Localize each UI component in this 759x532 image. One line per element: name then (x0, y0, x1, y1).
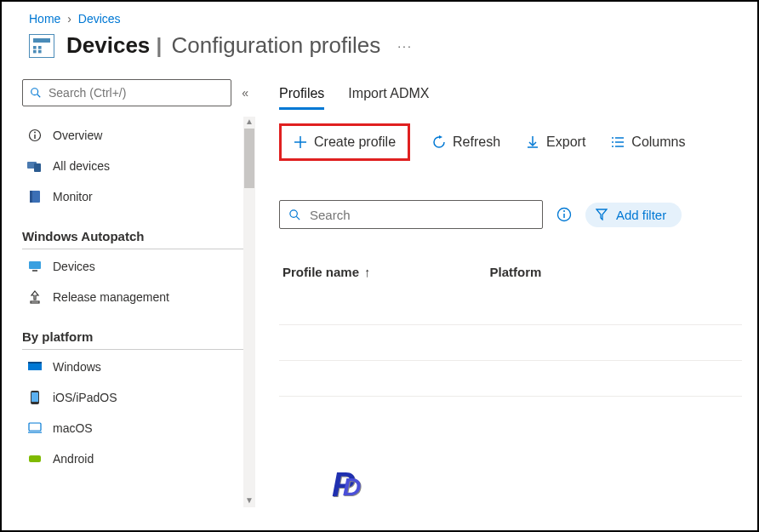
svg-point-29 (290, 209, 297, 216)
svg-point-0 (31, 89, 38, 95)
table-row (279, 325, 742, 361)
create-profile-button[interactable]: Create profile (290, 129, 399, 155)
page-title: Devices | Configuration profiles (66, 32, 380, 59)
windows-icon (27, 361, 43, 373)
svg-point-4 (34, 132, 36, 134)
toolbar: Create profile Refresh Export Columns (279, 123, 742, 161)
export-button[interactable]: Export (522, 129, 589, 155)
svg-line-30 (296, 216, 300, 220)
table-body (279, 289, 742, 397)
svg-rect-9 (29, 261, 41, 269)
more-actions-button[interactable]: ··· (397, 39, 413, 53)
scroll-up-icon[interactable]: ▲ (243, 117, 255, 129)
button-label: Create profile (314, 134, 396, 150)
scroll-thumb[interactable] (244, 129, 254, 188)
svg-rect-15 (31, 392, 38, 402)
nav-section-platform: By platform (22, 324, 252, 350)
column-profile-name[interactable]: Profile name ↑ (282, 265, 371, 279)
breadcrumb-devices[interactable]: Devices (78, 12, 121, 26)
filter-icon (596, 209, 608, 220)
table-row (279, 361, 742, 397)
nav-overview[interactable]: Overview (22, 120, 252, 151)
table-row (279, 289, 742, 325)
info-icon (27, 129, 43, 142)
table-header: Profile name ↑ Platform (279, 265, 742, 289)
upload-icon (27, 290, 43, 304)
main-search[interactable] (279, 200, 543, 229)
refresh-button[interactable]: Refresh (429, 129, 504, 155)
phone-icon (27, 391, 43, 404)
button-label: Add filter (616, 208, 666, 222)
svg-rect-8 (30, 191, 32, 203)
nav-monitor[interactable]: Monitor (22, 181, 252, 212)
main-content: Profiles Import ADMX Create profile Refr… (255, 72, 757, 507)
mac-icon (27, 422, 43, 434)
tab-profiles[interactable]: Profiles (279, 79, 324, 110)
download-icon (526, 135, 539, 149)
sort-asc-icon: ↑ (364, 265, 371, 279)
nav-label: All devices (53, 159, 110, 173)
sidebar-search[interactable] (22, 79, 231, 106)
nav-all-devices[interactable]: All devices (22, 151, 252, 181)
breadcrumb: Home › Devices (2, 2, 757, 29)
android-icon (27, 454, 43, 464)
scroll-down-icon[interactable]: ▼ (243, 495, 255, 507)
monitor-icon (27, 260, 43, 272)
button-label: Export (546, 134, 585, 150)
tab-import-admx[interactable]: Import ADMX (348, 79, 429, 110)
nav-label: macOS (53, 421, 93, 435)
svg-rect-10 (32, 270, 37, 272)
nav-macos[interactable]: macOS (22, 413, 252, 443)
nav-label: iOS/iPadOS (53, 391, 117, 404)
nav-label: Monitor (53, 190, 93, 203)
sidebar-search-input[interactable] (47, 85, 224, 100)
info-icon[interactable] (556, 207, 572, 222)
plus-icon (294, 135, 307, 149)
columns-button[interactable]: Columns (608, 129, 688, 155)
nav-release-mgmt[interactable]: Release management (22, 282, 252, 312)
nav-label: Overview (53, 129, 102, 142)
columns-icon (611, 136, 625, 148)
svg-rect-6 (34, 163, 41, 172)
nav-label: Release management (53, 290, 169, 304)
nav-android[interactable]: Android (22, 443, 252, 474)
svg-line-1 (37, 94, 41, 98)
svg-point-33 (563, 210, 565, 212)
refresh-icon (432, 135, 446, 149)
search-icon (30, 87, 42, 99)
page-header: Devices | Configuration profiles ··· (2, 29, 757, 72)
tabs: Profiles Import ADMX (279, 79, 742, 110)
svg-rect-16 (29, 423, 41, 431)
breadcrumb-home[interactable]: Home (29, 12, 60, 26)
page-icon (29, 34, 54, 58)
nav-windows[interactable]: Windows (22, 352, 252, 382)
collapse-sidebar-button[interactable]: « (238, 83, 252, 103)
nav-ios[interactable]: iOS/iPadOS (22, 382, 252, 413)
nav-section-autopatch: Windows Autopatch (22, 224, 252, 249)
sidebar-scrollbar[interactable]: ▲ ▼ (243, 117, 255, 507)
nav-label: Devices (53, 260, 95, 273)
main-search-input[interactable] (308, 207, 534, 223)
nav-label: Windows (53, 360, 101, 374)
chevron-right-icon: › (67, 12, 71, 26)
watermark-logo: PD (332, 466, 361, 504)
add-filter-button[interactable]: Add filter (585, 203, 682, 227)
svg-rect-13 (28, 362, 42, 363)
svg-rect-18 (29, 455, 41, 462)
nav-label: Android (53, 452, 94, 466)
button-label: Refresh (453, 134, 500, 150)
book-icon (27, 190, 43, 203)
column-platform[interactable]: Platform (490, 265, 542, 279)
svg-rect-11 (31, 301, 39, 303)
search-icon (288, 209, 301, 221)
button-label: Columns (631, 134, 685, 150)
devices-icon (27, 160, 43, 172)
nav-list: Overview All devices Monitor Windows Aut… (22, 120, 252, 474)
nav-ap-devices[interactable]: Devices (22, 251, 252, 282)
sidebar: « Overview All devices Monitor (2, 72, 255, 507)
highlight-annotation: Create profile (279, 123, 410, 161)
